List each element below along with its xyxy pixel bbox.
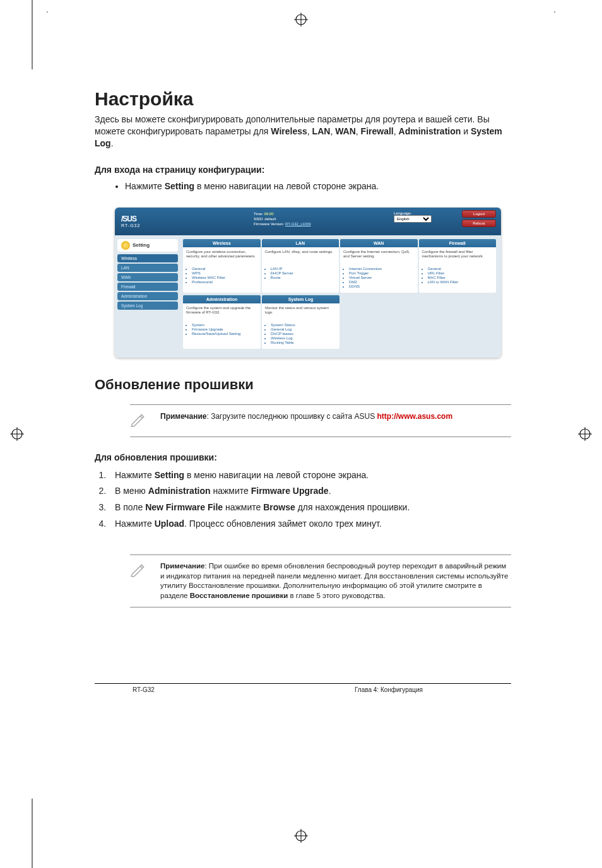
enter-config-heading: Для входа на страницу конфигурации: [95, 165, 511, 175]
page-footer: RT-G32 Глава 4: Конфигурация [95, 684, 511, 693]
card-links: GeneralWPSWireless MAC FilterProfessiona… [183, 264, 261, 288]
category-card: System LogMonitor the status and various… [262, 295, 339, 349]
card-link[interactable]: LAN to WAN Filter [428, 280, 494, 284]
fw-update-steps: Нажмите Setting в меню навигации на лево… [95, 469, 511, 531]
card-links: GeneralURL FilterMAC FilterLAN to WAN Fi… [419, 264, 497, 288]
card-desc: Configure the system and upgrade the fir… [183, 303, 261, 320]
card-desc: Configure your wireless connection, secu… [183, 247, 261, 264]
asus-logo: /SUS [121, 215, 140, 223]
card-link[interactable]: DDNS [349, 284, 415, 288]
card-link[interactable]: Wireless MAC Filter [192, 276, 258, 279]
sidebar-item-lan[interactable]: LAN [117, 264, 178, 272]
card-desc: Configure LAN, dhcp, and route settings. [262, 247, 339, 264]
category-card: WirelessConfigure your wireless connecti… [183, 239, 261, 293]
card-header: Firewall [419, 239, 497, 247]
card-link[interactable]: WPS [192, 271, 258, 275]
card-links: Internet ConnectionPort TriggerVirtual S… [340, 264, 418, 293]
print-reg-bottom [0, 828, 602, 857]
sidebar-item-wireless[interactable]: Wireless [117, 254, 178, 262]
card-header: Administration [183, 295, 261, 303]
note-icon [130, 411, 150, 430]
color-bar-right [554, 11, 555, 13]
card-link[interactable]: LAN IP [271, 267, 337, 271]
card-link[interactable]: Restore/Save/Upload Setting [192, 332, 258, 336]
card-header: Wireless [183, 239, 261, 247]
category-card: AdministrationConfigure the system and u… [183, 295, 261, 349]
router-ui-screenshot: /SUS RT-G32 Time: 09:00 SSID: default Fi… [115, 208, 501, 358]
card-link[interactable]: General Log [271, 327, 337, 331]
header-info: Time: 09:00 SSID: default Firmware Versi… [254, 211, 311, 227]
sidebar-setting-header[interactable]: Setting [117, 239, 178, 252]
footer-chapter: Глава 4: Конфигурация [355, 686, 423, 693]
card-link[interactable]: General [192, 267, 258, 271]
enter-config-steps: Нажмите Setting в меню навигации на лево… [95, 181, 511, 191]
section-title: Настройка [95, 88, 511, 110]
page-content: Настройка Здесь вы можете сконфигурирова… [95, 88, 511, 693]
footer-model: RT-G32 [133, 686, 155, 693]
card-link[interactable]: System Status [271, 323, 337, 327]
print-reg-top [0, 11, 602, 40]
registration-mark-icon [294, 13, 308, 26]
fw-update-sub: Для обновления прошивки: [95, 452, 511, 462]
card-header: WAN [340, 239, 418, 247]
card-links: SystemFirmware UpgradeRestore/Save/Uploa… [183, 320, 261, 340]
card-link[interactable]: Internet Connection [349, 267, 415, 271]
registration-mark-icon [294, 829, 308, 843]
intro-paragraph: Здесь вы можете сконфигурировать дополни… [95, 114, 511, 150]
card-links: LAN IPDHCP ServerRoute [262, 264, 339, 284]
card-desc: Configure the firewall and filter mechan… [419, 247, 497, 264]
category-card: WANConfigure the Internet connection, Qo… [340, 239, 418, 293]
firmware-version-link[interactable]: RT-G32_v1009 [285, 222, 311, 226]
card-link[interactable]: Route [271, 276, 337, 279]
router-sidebar: Setting Wireless LAN WAN Firewall Admini… [115, 235, 180, 358]
router-header: /SUS RT-G32 Time: 09:00 SSID: default Fi… [115, 208, 501, 235]
card-link[interactable]: Virtual Server [349, 276, 415, 279]
card-link[interactable]: DMZ [349, 280, 415, 284]
card-link[interactable]: Wireless Log [271, 336, 337, 340]
sidebar-item-administration[interactable]: Administration [117, 292, 178, 300]
asus-link[interactable]: http://www.asus.com [377, 412, 453, 421]
reboot-button[interactable]: Reboot [462, 220, 496, 227]
card-link[interactable]: General [428, 267, 494, 271]
logout-button[interactable]: Logout [462, 210, 496, 218]
note-box-2: Примечание: При ошибке во время обновлен… [130, 554, 511, 607]
card-link[interactable]: Professional [192, 280, 258, 284]
card-header: LAN [262, 239, 339, 247]
card-links: System StatusGeneral LogDHCP leasesWirel… [262, 320, 339, 349]
card-link[interactable]: Routing Table [271, 341, 337, 344]
registration-mark-icon [10, 427, 24, 441]
card-desc: Configure the Internet connection, QoS, … [340, 247, 418, 264]
note-icon [130, 561, 150, 580]
card-link[interactable]: URL Filter [428, 271, 494, 275]
language-select[interactable]: English [394, 215, 432, 223]
card-header: System Log [262, 295, 339, 303]
color-bar-left [47, 11, 48, 13]
firmware-update-heading: Обновление прошивки [95, 377, 511, 393]
card-link[interactable]: DHCP leases [271, 332, 337, 336]
note-box-1: Примечание: Загрузите последнюю прошивку… [130, 404, 511, 437]
sidebar-item-firewall[interactable]: Firewall [117, 283, 178, 291]
card-link[interactable]: MAC Filter [428, 276, 494, 279]
card-desc: Monitor the status and various system lo… [262, 303, 339, 320]
category-card: FirewallConfigure the firewall and filte… [419, 239, 497, 293]
model-label: RT-G32 [121, 223, 140, 228]
card-link[interactable]: DHCP Server [271, 271, 337, 275]
card-link[interactable]: Port Trigger [349, 271, 415, 275]
router-main: WirelessConfigure your wireless connecti… [180, 235, 501, 358]
registration-mark-icon [578, 427, 592, 441]
card-link[interactable]: System [192, 323, 258, 327]
category-card: LANConfigure LAN, dhcp, and route settin… [262, 239, 339, 293]
card-link[interactable]: Firmware Upgrade [192, 327, 258, 331]
sidebar-item-wan[interactable]: WAN [117, 273, 178, 281]
sidebar-item-systemlog[interactable]: System Log [117, 302, 178, 310]
gear-icon [121, 241, 130, 250]
language-selector: Language: English [394, 211, 432, 223]
